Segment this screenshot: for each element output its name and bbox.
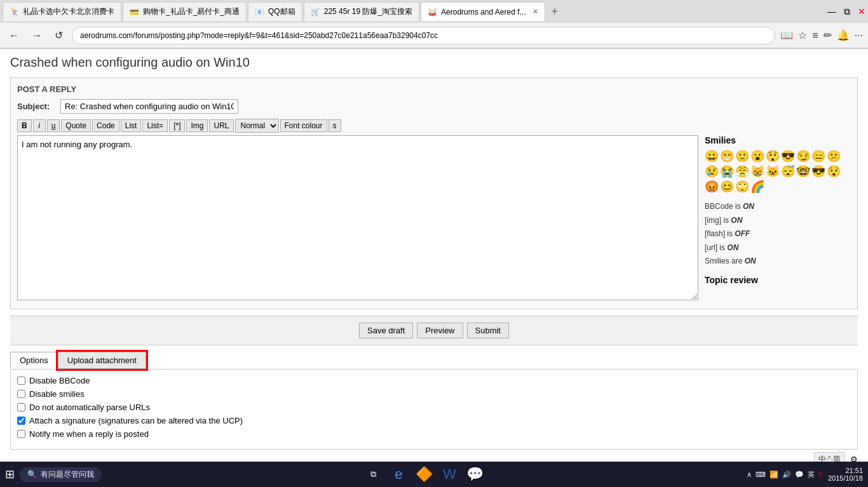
star-icon[interactable]: ☆ bbox=[798, 29, 807, 41]
taskbar-browser-icon[interactable]: 🔶 bbox=[412, 463, 435, 486]
language-indicator: 中·°·简 bbox=[814, 452, 845, 462]
smiley-12[interactable]: 😤 bbox=[735, 164, 749, 178]
font-colour-button[interactable]: Font colour bbox=[280, 119, 327, 132]
new-tab-button[interactable]: + bbox=[546, 5, 564, 18]
star-button[interactable]: [*] bbox=[169, 119, 185, 132]
edit-icon[interactable]: ✏ bbox=[824, 29, 832, 41]
notifications-icon[interactable]: 🔔 bbox=[837, 29, 850, 41]
underline-button[interactable]: u bbox=[47, 119, 60, 132]
more-icon[interactable]: ··· bbox=[855, 30, 863, 41]
taskbar-wechat-icon[interactable]: 💬 bbox=[463, 463, 486, 486]
volume-icon[interactable]: 🔊 bbox=[782, 470, 791, 479]
tab-1-label: 礼品卡选中欠卡北京消费卡 bbox=[23, 6, 114, 17]
smiley-14[interactable]: 🐱 bbox=[766, 164, 780, 178]
message-icon[interactable]: 💬 bbox=[795, 470, 804, 479]
smiley-6[interactable]: 😎 bbox=[781, 149, 795, 163]
img-button[interactable]: Img bbox=[186, 119, 208, 132]
search-icon: 🔍 bbox=[27, 470, 37, 479]
submit-button[interactable]: Submit bbox=[467, 323, 509, 338]
tab-4-label: 225 45r 19 防爆_淘宝搜索 bbox=[324, 6, 412, 17]
smiley-15[interactable]: 😴 bbox=[781, 164, 795, 178]
no-parse-urls-label: Do not automatically parse URLs bbox=[29, 403, 150, 412]
bbcode-status-row: BBCode is ON bbox=[705, 200, 851, 214]
smiley-21[interactable]: 🙄 bbox=[735, 180, 749, 194]
bbcode-info: BBCode is ON [img] is ON [flash] is OFF … bbox=[705, 200, 851, 269]
tab-1[interactable]: 🃏 礼品卡选中欠卡北京消费卡 bbox=[3, 2, 121, 21]
no-parse-urls-checkbox[interactable] bbox=[17, 403, 25, 411]
taskbar: ⊞ 🔍 有问题尽管问我 ⧉ e 🔶 W 💬 ∧ ⌨ 📶 🔊 💬 英 S 21:5… bbox=[0, 462, 868, 487]
back-button[interactable]: ← bbox=[5, 29, 23, 43]
smiley-10[interactable]: 😢 bbox=[705, 164, 719, 178]
taskbar-center: ⧉ e 🔶 W 💬 bbox=[362, 463, 486, 486]
taskbar-task-view[interactable]: ⧉ bbox=[362, 463, 384, 486]
forward-button[interactable]: → bbox=[28, 29, 46, 43]
minimize-icon[interactable]: — bbox=[827, 6, 836, 17]
smiley-13[interactable]: 😸 bbox=[750, 164, 764, 178]
smiley-4[interactable]: 😮 bbox=[750, 149, 764, 163]
smiley-1[interactable]: 😀 bbox=[705, 149, 719, 163]
smiley-5[interactable]: 😲 bbox=[766, 149, 780, 163]
lang-en-icon[interactable]: 英 bbox=[808, 470, 815, 479]
smiley-8[interactable]: 😑 bbox=[811, 149, 825, 163]
list-eq-button[interactable]: List= bbox=[142, 119, 168, 132]
smiley-11[interactable]: 😭 bbox=[720, 164, 734, 178]
ime-icon[interactable]: S bbox=[818, 470, 823, 478]
notify-reply-label: Notify me when a reply is posted bbox=[29, 429, 149, 439]
smiley-17[interactable]: 😎 bbox=[811, 164, 825, 178]
hub-icon[interactable]: ≡ bbox=[812, 30, 818, 41]
tab-5-active[interactable]: 🥁 Aerodrums and Aered f... ✕ bbox=[421, 2, 545, 21]
close-window-icon[interactable]: ✕ bbox=[858, 6, 865, 17]
keyboard-icon[interactable]: ⌨ bbox=[756, 470, 766, 479]
code-button[interactable]: Code bbox=[92, 119, 119, 132]
smiley-16[interactable]: 🤓 bbox=[796, 164, 810, 178]
tab-4[interactable]: 🛒 225 45r 19 防爆_淘宝搜索 bbox=[304, 2, 419, 21]
normal-select[interactable]: Normal bbox=[235, 119, 279, 133]
smiley-2[interactable]: 😁 bbox=[720, 149, 734, 163]
smiley-19[interactable]: 😡 bbox=[705, 180, 719, 194]
smiley-22[interactable]: 🌈 bbox=[750, 180, 764, 194]
quote-button[interactable]: Quote bbox=[61, 119, 91, 132]
italic-button[interactable]: i bbox=[33, 119, 46, 132]
taskbar-search-label: 有问题尽管问我 bbox=[41, 469, 94, 480]
disable-smilies-checkbox[interactable] bbox=[17, 390, 25, 398]
taskbar-clock: 21:51 2015/10/18 bbox=[828, 467, 863, 482]
network-icon[interactable]: 📶 bbox=[770, 470, 778, 479]
tab-1-icon: 🃏 bbox=[10, 8, 19, 17]
smiley-7[interactable]: 😏 bbox=[796, 149, 810, 163]
post-reply-label: POST A REPLY bbox=[17, 84, 851, 94]
tab-close-icon[interactable]: ✕ bbox=[532, 8, 538, 16]
smilies-panel: Smilies 😀 😁 🙂 😮 😲 😎 😏 😑 😕 😢 😭 😤 😸 🐱 bbox=[705, 135, 851, 302]
upload-attachment-tab[interactable]: Upload attachment bbox=[58, 352, 146, 369]
smiley-18[interactable]: 😯 bbox=[827, 164, 841, 178]
smilies-status-row: Smilies are ON bbox=[705, 255, 851, 269]
attach-signature-checkbox[interactable] bbox=[17, 417, 25, 425]
refresh-button[interactable]: ↺ bbox=[51, 28, 67, 43]
url-button[interactable]: URL bbox=[209, 119, 233, 132]
bold-button[interactable]: B bbox=[17, 119, 32, 132]
notify-reply-checkbox[interactable] bbox=[17, 430, 25, 438]
taskbar-search[interactable]: 🔍 有问题尽管问我 bbox=[20, 467, 102, 482]
smiley-20[interactable]: 😊 bbox=[720, 180, 734, 194]
subject-input[interactable] bbox=[60, 99, 238, 114]
tab-2[interactable]: 💳 购物卡_礼品卡_易付卡_商通 bbox=[123, 2, 247, 21]
smiley-9[interactable]: 😕 bbox=[827, 149, 841, 163]
browser-toolbar-icons: 📖 ☆ ≡ ✏ 🔔 ··· bbox=[780, 29, 863, 41]
editor-textarea[interactable]: I am not running any program. bbox=[17, 135, 698, 300]
option-row-1: Disable BBCode bbox=[17, 376, 851, 385]
s-button[interactable]: s bbox=[329, 119, 341, 132]
preview-button[interactable]: Preview bbox=[417, 323, 463, 338]
list-button[interactable]: List bbox=[121, 119, 142, 132]
smiley-3[interactable]: 🙂 bbox=[735, 149, 749, 163]
reader-icon[interactable]: 📖 bbox=[780, 29, 793, 41]
start-button[interactable]: ⊞ bbox=[5, 467, 15, 481]
taskbar-word-icon[interactable]: W bbox=[438, 463, 461, 486]
restore-icon[interactable]: ⧉ bbox=[844, 6, 850, 17]
taskbar-edge-icon[interactable]: e bbox=[387, 463, 410, 486]
disable-bbcode-checkbox[interactable] bbox=[17, 377, 25, 385]
options-tab[interactable]: Options bbox=[10, 352, 58, 369]
tab-3[interactable]: 📧 QQ邮箱 bbox=[248, 2, 302, 21]
tray-up-icon[interactable]: ∧ bbox=[747, 470, 752, 479]
save-draft-button[interactable]: Save draft bbox=[359, 323, 413, 338]
page-content: Crashed when configuring audio on Win10 … bbox=[0, 49, 868, 462]
address-bar-input[interactable] bbox=[72, 27, 775, 44]
